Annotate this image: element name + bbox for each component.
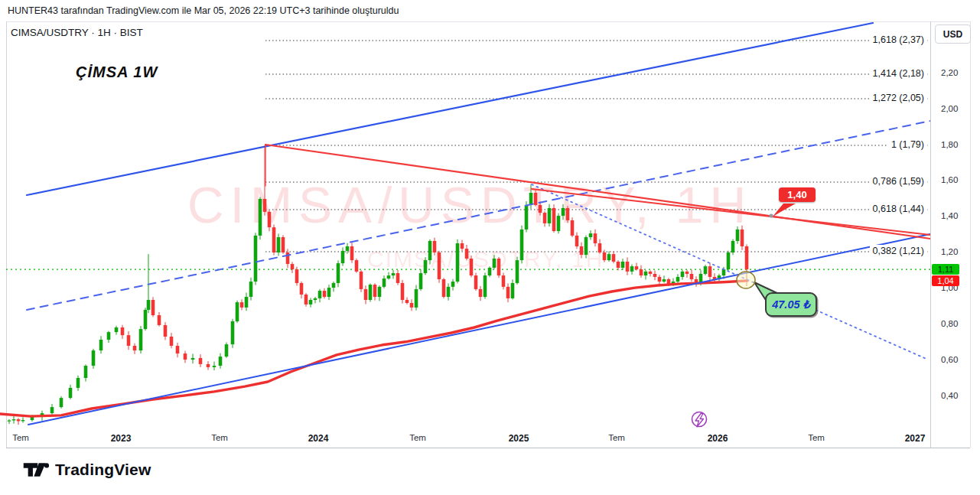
candle-body — [231, 321, 235, 344]
candle-body — [713, 277, 717, 279]
candle-body — [219, 357, 223, 366]
time-axis-label: Tem — [396, 433, 439, 442]
candle-body — [640, 269, 643, 275]
candle-body — [667, 279, 671, 285]
ma-line — [0, 281, 747, 416]
candle-body — [207, 364, 210, 367]
candle-body — [415, 289, 418, 308]
candle-body — [626, 262, 630, 272]
candle-body — [360, 272, 363, 289]
candle-body — [704, 266, 708, 274]
price-tick-label: 2,20 — [941, 68, 958, 77]
candle-body — [378, 287, 382, 297]
candle-body — [341, 251, 345, 263]
tradingview-chart-page: HUNTER43 tarafından TradingView.com ile … — [0, 0, 980, 495]
price-tick-label: 1,60 — [941, 175, 958, 184]
candle-body — [483, 275, 487, 297]
candle-body — [644, 272, 648, 275]
trendline-channel-upper — [27, 23, 873, 195]
candle-body — [355, 260, 359, 272]
candle-body — [511, 283, 515, 298]
candle-body — [21, 420, 25, 421]
candle-body — [191, 358, 195, 360]
candle-body — [240, 302, 244, 308]
candle-body — [318, 291, 322, 298]
trendline-anchor-dot — [769, 213, 773, 217]
candle-body — [300, 283, 304, 295]
candle-body — [77, 378, 80, 388]
candle-body — [685, 272, 689, 274]
candle-body — [392, 273, 396, 275]
candle-body — [676, 277, 680, 282]
candle-body — [672, 282, 676, 285]
lightning-bolt-icon — [695, 414, 704, 428]
candle-body — [84, 366, 88, 378]
candle-body — [170, 337, 174, 346]
candle-body — [286, 252, 290, 264]
price-tick-label: 2,00 — [941, 104, 958, 113]
price-tick-label: 1,20 — [941, 247, 958, 256]
price-tick-label: 0,80 — [941, 319, 958, 328]
candle-body — [151, 300, 155, 315]
candle-body — [127, 335, 131, 346]
candle-body — [92, 350, 96, 366]
price-tick-label: 0,40 — [941, 391, 958, 400]
symbol-legend: CIMSA/USDTRY · 1H · BIST — [11, 27, 143, 38]
candle-body — [245, 297, 249, 308]
candle-body — [17, 419, 21, 421]
candle-body — [164, 325, 168, 337]
price-tick-label: 0,60 — [941, 355, 958, 364]
trend-target-callout: 1,40 — [779, 187, 816, 202]
candle-body — [346, 246, 350, 251]
time-axis-label: Tem — [0, 433, 42, 442]
time-axis-separator — [6, 448, 970, 448]
candle-body — [41, 413, 44, 417]
candle-body — [401, 283, 405, 300]
candle-body — [139, 329, 143, 350]
candle-body — [575, 236, 579, 246]
time-axis-label: 2024 — [297, 433, 340, 444]
candle-body — [607, 254, 611, 260]
flash-icon[interactable] — [692, 412, 707, 427]
time-axis-label: 2027 — [894, 433, 936, 444]
candle-body — [350, 246, 354, 260]
candle-body — [147, 300, 151, 310]
candle-body — [225, 344, 229, 357]
candle-body — [282, 237, 285, 252]
candle-body — [309, 300, 313, 304]
candle-body — [249, 282, 253, 297]
candle-body — [506, 287, 510, 298]
candle-body — [144, 310, 148, 329]
fib-label: 0,786 (1,59) — [870, 175, 927, 188]
candle-body — [410, 303, 414, 308]
candle-body — [690, 274, 694, 279]
chart-annotation-title: ÇİMSA 1W — [76, 64, 158, 81]
candle-body — [419, 273, 423, 289]
candle-body — [332, 283, 336, 288]
currency-toggle-button[interactable]: USD — [935, 24, 971, 44]
time-axis-label: Tem — [795, 433, 838, 442]
watermark-symbol: CIMSA/USDTRY, 1H — [187, 176, 752, 234]
chart-frame-left — [6, 21, 7, 448]
candle-body — [369, 285, 373, 300]
fib-label: 1,272 (2,05) — [870, 92, 927, 105]
candle-body — [663, 279, 666, 282]
candle-body — [158, 315, 161, 325]
candle-body — [396, 273, 400, 283]
time-axis-label: 2026 — [696, 433, 739, 444]
candle-body — [99, 340, 103, 350]
time-axis-label: 2023 — [99, 433, 142, 444]
tradingview-logo-icon — [23, 461, 49, 479]
watermark-symbol-secondary: CIMSA/USDTRY, 1H — [367, 246, 604, 272]
tradingview-logo-text: TradingView — [55, 461, 151, 479]
candle-body — [594, 233, 597, 243]
candle-body — [612, 254, 616, 262]
fib-label: 1 (1,79) — [888, 138, 927, 151]
price-tick-label: 1,80 — [941, 140, 958, 149]
tradingview-logo-link[interactable]: TradingView — [23, 461, 151, 479]
fib-label: 1,618 (2,37) — [870, 34, 927, 47]
last-price-tag: 1,11 — [932, 264, 959, 275]
candle-body — [12, 419, 16, 420]
attribution-text: HUNTER43 tarafından TradingView.com ile … — [8, 5, 399, 16]
candle-body — [176, 346, 180, 353]
